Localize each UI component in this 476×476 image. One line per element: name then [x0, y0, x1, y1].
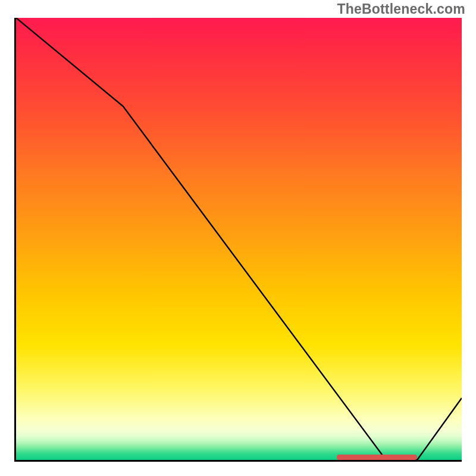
- bottleneck-curve: [16, 18, 462, 460]
- watermark-text: TheBottleneck.com: [337, 1, 465, 17]
- chart-container: TheBottleneck.com: [0, 0, 476, 476]
- plot-area: [14, 18, 462, 462]
- optimal-range-marker: [337, 455, 417, 460]
